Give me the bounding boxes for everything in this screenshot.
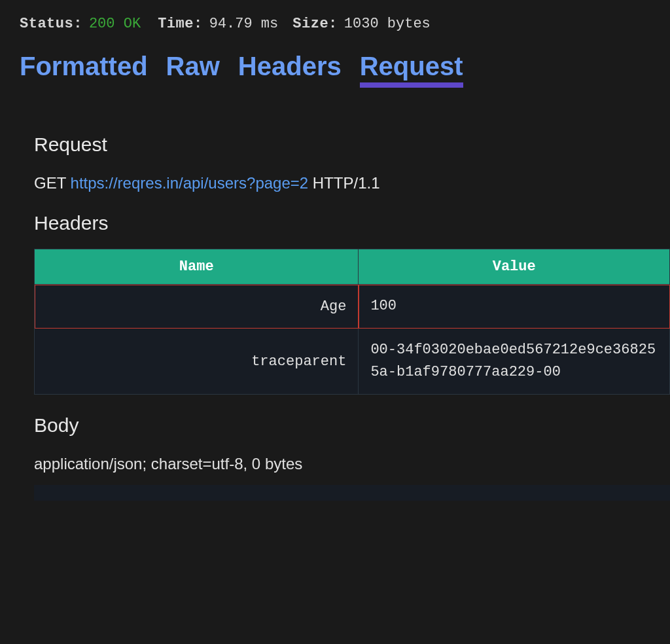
header-name: traceparent	[35, 329, 359, 395]
status-value: 200 OK	[89, 16, 141, 32]
headers-table: Name Value Age 100 traceparent 00-34f030…	[34, 249, 670, 395]
tab-headers[interactable]: Headers	[238, 52, 342, 88]
section-title-request: Request	[34, 134, 670, 156]
response-tabs: Formatted Raw Headers Request	[0, 40, 670, 88]
header-value: 100	[359, 285, 670, 329]
header-name: Age	[35, 285, 359, 329]
response-status-bar: Status: 200 OK Time: 94.79 ms Size: 1030…	[0, 0, 670, 40]
status-label: Status:	[20, 16, 82, 32]
headers-col-name: Name	[35, 249, 359, 285]
section-title-body: Body	[34, 414, 670, 437]
size-value: 1030 bytes	[344, 16, 431, 32]
time-label: Time:	[158, 16, 203, 32]
tab-request[interactable]: Request	[360, 52, 463, 88]
section-title-headers: Headers	[34, 212, 670, 234]
request-url[interactable]: https://reqres.in/api/users?page=2	[71, 174, 309, 192]
body-content-block	[34, 485, 670, 501]
time-value: 94.79 ms	[209, 16, 279, 32]
size-label: Size:	[292, 16, 338, 32]
request-method: GET	[34, 174, 66, 192]
request-line: GET https://reqres.in/api/users?page=2 H…	[34, 174, 670, 192]
table-row: traceparent 00-34f03020ebae0ed567212e9ce…	[35, 329, 670, 395]
tab-formatted[interactable]: Formatted	[20, 52, 148, 88]
table-row: Age 100	[35, 285, 670, 329]
request-panel: Request GET https://reqres.in/api/users?…	[0, 88, 670, 501]
request-protocol: HTTP/1.1	[313, 174, 380, 192]
headers-col-value: Value	[359, 249, 670, 285]
body-meta: application/json; charset=utf-8, 0 bytes	[34, 455, 670, 473]
tab-raw[interactable]: Raw	[166, 52, 220, 88]
header-value: 00-34f03020ebae0ed567212e9ce368255a-b1af…	[359, 329, 670, 395]
